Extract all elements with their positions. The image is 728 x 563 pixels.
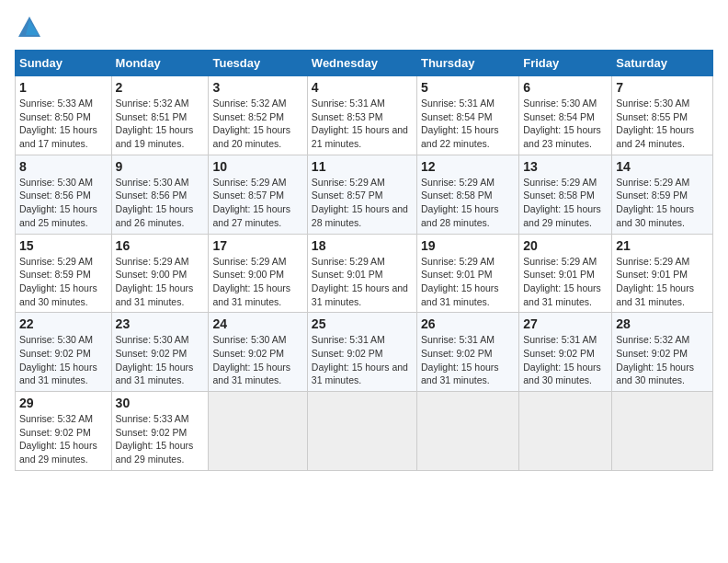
day-number: 19 <box>421 238 515 253</box>
calendar-cell: 18Sunrise: 5:29 AMSunset: 9:01 PMDayligh… <box>307 234 416 313</box>
day-number: 22 <box>19 316 108 331</box>
day-number: 14 <box>616 159 709 174</box>
day-number: 12 <box>421 159 515 174</box>
day-number: 4 <box>312 80 413 95</box>
calendar-cell: 7Sunrise: 5:30 AMSunset: 8:55 PMDaylight… <box>612 76 713 155</box>
calendar-cell <box>416 392 518 471</box>
day-info: Sunrise: 5:32 AMSunset: 8:52 PMDaylight:… <box>212 97 302 151</box>
calendar-cell: 17Sunrise: 5:29 AMSunset: 9:00 PMDayligh… <box>209 234 307 313</box>
day-info: Sunrise: 5:29 AMSunset: 9:01 PMDaylight:… <box>421 255 515 309</box>
calendar-cell: 11Sunrise: 5:29 AMSunset: 8:57 PMDayligh… <box>307 155 416 234</box>
calendar-cell: 12Sunrise: 5:29 AMSunset: 8:58 PMDayligh… <box>416 155 518 234</box>
calendar-cell: 25Sunrise: 5:31 AMSunset: 9:02 PMDayligh… <box>307 313 416 392</box>
calendar-cell: 19Sunrise: 5:29 AMSunset: 9:01 PMDayligh… <box>416 234 518 313</box>
calendar-cell: 28Sunrise: 5:32 AMSunset: 9:02 PMDayligh… <box>612 313 713 392</box>
day-info: Sunrise: 5:32 AMSunset: 9:02 PMDaylight:… <box>616 333 709 387</box>
calendar-cell: 15Sunrise: 5:29 AMSunset: 8:59 PMDayligh… <box>16 234 112 313</box>
week-row-1: 1Sunrise: 5:33 AMSunset: 8:50 PMDaylight… <box>16 76 713 155</box>
calendar-cell: 1Sunrise: 5:33 AMSunset: 8:50 PMDaylight… <box>16 76 112 155</box>
day-number: 8 <box>19 159 108 174</box>
calendar-cell: 24Sunrise: 5:30 AMSunset: 9:02 PMDayligh… <box>209 313 307 392</box>
calendar-cell: 10Sunrise: 5:29 AMSunset: 8:57 PMDayligh… <box>209 155 307 234</box>
day-number: 17 <box>212 238 302 253</box>
day-info: Sunrise: 5:30 AMSunset: 9:02 PMDaylight:… <box>212 333 302 387</box>
calendar-cell: 16Sunrise: 5:29 AMSunset: 9:00 PMDayligh… <box>111 234 209 313</box>
day-info: Sunrise: 5:31 AMSunset: 9:02 PMDaylight:… <box>523 333 608 387</box>
day-number: 21 <box>616 238 709 253</box>
day-number: 27 <box>523 316 608 331</box>
column-header-wednesday: Wednesday <box>307 51 416 76</box>
column-header-sunday: Sunday <box>16 51 112 76</box>
day-info: Sunrise: 5:31 AMSunset: 9:02 PMDaylight:… <box>421 333 515 387</box>
calendar-cell: 5Sunrise: 5:31 AMSunset: 8:54 PMDaylight… <box>416 76 518 155</box>
calendar-cell: 6Sunrise: 5:30 AMSunset: 8:54 PMDaylight… <box>519 76 612 155</box>
column-header-monday: Monday <box>111 51 209 76</box>
calendar-cell: 29Sunrise: 5:32 AMSunset: 9:02 PMDayligh… <box>16 392 112 471</box>
column-header-friday: Friday <box>519 51 612 76</box>
calendar-cell: 3Sunrise: 5:32 AMSunset: 8:52 PMDaylight… <box>209 76 307 155</box>
header-row: SundayMondayTuesdayWednesdayThursdayFrid… <box>16 51 713 76</box>
day-info: Sunrise: 5:30 AMSunset: 8:54 PMDaylight:… <box>523 97 608 151</box>
day-info: Sunrise: 5:29 AMSunset: 8:58 PMDaylight:… <box>523 176 608 230</box>
calendar-cell: 4Sunrise: 5:31 AMSunset: 8:53 PMDaylight… <box>307 76 416 155</box>
day-number: 9 <box>116 159 205 174</box>
day-info: Sunrise: 5:30 AMSunset: 9:02 PMDaylight:… <box>19 333 108 387</box>
calendar-cell: 2Sunrise: 5:32 AMSunset: 8:51 PMDaylight… <box>111 76 209 155</box>
calendar-cell <box>612 392 713 471</box>
day-number: 16 <box>116 238 205 253</box>
day-number: 11 <box>312 159 413 174</box>
calendar-cell <box>307 392 416 471</box>
day-info: Sunrise: 5:31 AMSunset: 8:53 PMDaylight:… <box>312 97 413 151</box>
day-number: 26 <box>421 316 515 331</box>
calendar-cell: 20Sunrise: 5:29 AMSunset: 9:01 PMDayligh… <box>519 234 612 313</box>
week-row-2: 8Sunrise: 5:30 AMSunset: 8:56 PMDaylight… <box>16 155 713 234</box>
day-info: Sunrise: 5:29 AMSunset: 8:59 PMDaylight:… <box>616 176 709 230</box>
day-info: Sunrise: 5:31 AMSunset: 9:02 PMDaylight:… <box>312 333 413 387</box>
column-header-tuesday: Tuesday <box>209 51 307 76</box>
logo <box>15 15 42 40</box>
calendar-cell: 14Sunrise: 5:29 AMSunset: 8:59 PMDayligh… <box>612 155 713 234</box>
day-number: 3 <box>212 80 302 95</box>
day-info: Sunrise: 5:29 AMSunset: 8:57 PMDaylight:… <box>212 176 302 230</box>
day-number: 15 <box>19 238 108 253</box>
day-info: Sunrise: 5:31 AMSunset: 8:54 PMDaylight:… <box>421 97 515 151</box>
day-number: 1 <box>19 80 108 95</box>
week-row-3: 15Sunrise: 5:29 AMSunset: 8:59 PMDayligh… <box>16 234 713 313</box>
day-info: Sunrise: 5:29 AMSunset: 8:57 PMDaylight:… <box>312 176 413 230</box>
calendar-cell: 13Sunrise: 5:29 AMSunset: 8:58 PMDayligh… <box>519 155 612 234</box>
day-number: 28 <box>616 316 709 331</box>
day-number: 10 <box>212 159 302 174</box>
day-number: 5 <box>421 80 515 95</box>
day-number: 2 <box>116 80 205 95</box>
day-number: 13 <box>523 159 608 174</box>
day-info: Sunrise: 5:29 AMSunset: 9:00 PMDaylight:… <box>212 255 302 309</box>
column-header-thursday: Thursday <box>416 51 518 76</box>
calendar-cell: 23Sunrise: 5:30 AMSunset: 9:02 PMDayligh… <box>111 313 209 392</box>
day-number: 6 <box>523 80 608 95</box>
day-number: 30 <box>116 396 205 410</box>
calendar-cell: 26Sunrise: 5:31 AMSunset: 9:02 PMDayligh… <box>416 313 518 392</box>
day-info: Sunrise: 5:29 AMSunset: 8:58 PMDaylight:… <box>421 176 515 230</box>
logo-icon <box>17 15 42 40</box>
day-info: Sunrise: 5:29 AMSunset: 9:01 PMDaylight:… <box>616 255 709 309</box>
day-number: 7 <box>616 80 709 95</box>
day-info: Sunrise: 5:29 AMSunset: 8:59 PMDaylight:… <box>19 255 108 309</box>
calendar-cell: 8Sunrise: 5:30 AMSunset: 8:56 PMDaylight… <box>16 155 112 234</box>
day-info: Sunrise: 5:33 AMSunset: 9:02 PMDaylight:… <box>116 412 205 466</box>
calendar-cell: 21Sunrise: 5:29 AMSunset: 9:01 PMDayligh… <box>612 234 713 313</box>
calendar-cell: 22Sunrise: 5:30 AMSunset: 9:02 PMDayligh… <box>16 313 112 392</box>
calendar-table: SundayMondayTuesdayWednesdayThursdayFrid… <box>15 50 713 471</box>
day-info: Sunrise: 5:29 AMSunset: 9:00 PMDaylight:… <box>116 255 205 309</box>
calendar-cell <box>209 392 307 471</box>
day-info: Sunrise: 5:32 AMSunset: 9:02 PMDaylight:… <box>19 412 108 466</box>
day-info: Sunrise: 5:32 AMSunset: 8:51 PMDaylight:… <box>116 97 205 151</box>
day-info: Sunrise: 5:33 AMSunset: 8:50 PMDaylight:… <box>19 97 108 151</box>
day-info: Sunrise: 5:29 AMSunset: 9:01 PMDaylight:… <box>523 255 608 309</box>
calendar-cell: 9Sunrise: 5:30 AMSunset: 8:56 PMDaylight… <box>111 155 209 234</box>
day-info: Sunrise: 5:29 AMSunset: 9:01 PMDaylight:… <box>312 255 413 309</box>
day-info: Sunrise: 5:30 AMSunset: 9:02 PMDaylight:… <box>116 333 205 387</box>
day-info: Sunrise: 5:30 AMSunset: 8:55 PMDaylight:… <box>616 97 709 151</box>
day-number: 23 <box>116 316 205 331</box>
day-info: Sunrise: 5:30 AMSunset: 8:56 PMDaylight:… <box>116 176 205 230</box>
day-number: 25 <box>312 316 413 331</box>
